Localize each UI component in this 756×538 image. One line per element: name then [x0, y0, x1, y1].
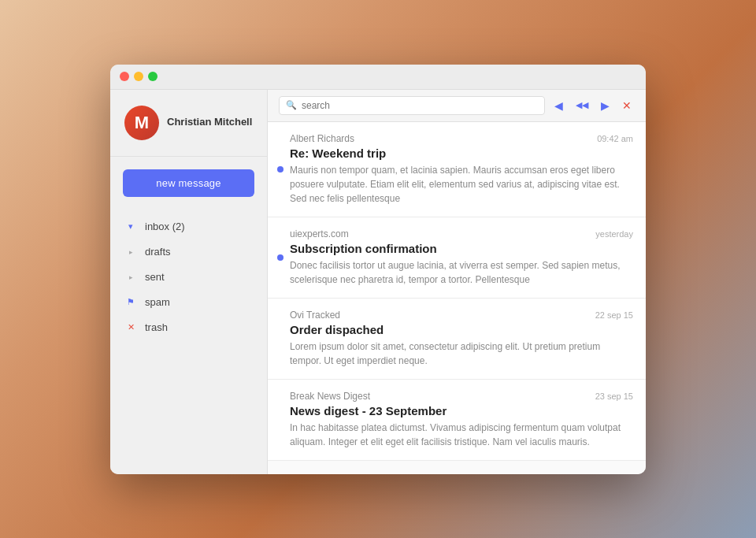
drafts-label: drafts [145, 246, 171, 258]
inbox-label: inbox (2) [145, 221, 185, 232]
title-bar [110, 65, 646, 90]
email-time: 22 sep 15 [595, 310, 633, 320]
inbox-icon: ▾ [124, 221, 137, 233]
back-button[interactable]: ◀ [551, 98, 566, 113]
email-panel: 🔍 ◀ ◀◀ ▶ ✕ Albert Richards 09:42 am Re: … [268, 90, 646, 474]
sidebar-item-trash[interactable]: ✕ trash [110, 315, 267, 340]
sidebar: M Christian Mitchell new message ▾ inbox… [110, 90, 268, 474]
forward-button[interactable]: ▶ [598, 98, 613, 113]
email-time: yesterday [595, 229, 633, 239]
email-subject: News digest - 23 September [290, 404, 633, 417]
panel-close-button[interactable]: ✕ [619, 98, 635, 113]
email-item[interactable]: Ovi Tracked 22 sep 15 Order dispached Lo… [268, 299, 646, 380]
email-header-row: Ovi Tracked 22 sep 15 [290, 310, 633, 321]
sent-label: sent [145, 271, 165, 283]
user-section: M Christian Mitchell [110, 106, 267, 157]
email-sender: Break News Digest [290, 391, 370, 402]
avatar-letter: M [135, 113, 149, 133]
nav-list: ▾ inbox (2) ▸ drafts ▸ sent ⚑ spam ✕ t [110, 210, 267, 345]
email-time: 23 sep 15 [595, 391, 633, 401]
sidebar-item-inbox[interactable]: ▾ inbox (2) [110, 214, 267, 239]
email-subject: Order dispached [290, 323, 633, 336]
email-sender: Albert Richards [290, 133, 354, 144]
search-wrapper: 🔍 [279, 96, 545, 115]
search-icon: 🔍 [286, 100, 297, 110]
new-message-button[interactable]: new message [123, 169, 254, 197]
avatar: M [124, 106, 159, 140]
trash-icon: ✕ [124, 321, 137, 334]
email-subject: Subscription confirmation [290, 242, 633, 255]
back-fast-button[interactable]: ◀◀ [573, 99, 591, 111]
email-item[interactable]: Albert Richards 09:42 am Re: Weekend tri… [268, 122, 646, 217]
email-item[interactable]: Break News Digest 23 sep 15 News digest … [268, 380, 646, 461]
sidebar-item-drafts[interactable]: ▸ drafts [110, 239, 267, 265]
email-preview: In hac habitasse platea dictumst. Vivamu… [290, 421, 633, 449]
trash-label: trash [145, 321, 168, 333]
email-preview: Donec facilisis tortor ut augue lacinia,… [290, 258, 633, 287]
email-sender: uiexperts.com [290, 228, 349, 239]
search-input[interactable] [302, 100, 538, 111]
user-name: Christian Mitchell [167, 116, 252, 129]
spam-icon: ⚑ [124, 296, 137, 309]
drafts-icon: ▸ [124, 246, 137, 258]
sent-icon: ▸ [124, 271, 137, 284]
close-traffic-light[interactable] [120, 72, 129, 81]
email-sender: Ovi Tracked [290, 310, 340, 321]
email-header-row: Albert Richards 09:42 am [290, 133, 633, 144]
main-content: M Christian Mitchell new message ▾ inbox… [110, 90, 646, 474]
email-header-row: uiexperts.com yesterday [290, 228, 633, 239]
sidebar-item-sent[interactable]: ▸ sent [110, 265, 267, 290]
email-preview: Mauris non tempor quam, et lacinia sapie… [290, 163, 633, 206]
email-subject: Re: Weekend trip [290, 147, 633, 160]
maximize-traffic-light[interactable] [148, 72, 158, 81]
email-toolbar: 🔍 ◀ ◀◀ ▶ ✕ [268, 90, 646, 122]
app-window: M Christian Mitchell new message ▾ inbox… [110, 65, 646, 474]
minimize-traffic-light[interactable] [134, 72, 143, 81]
spam-label: spam [145, 296, 170, 308]
sidebar-item-spam[interactable]: ⚑ spam [110, 290, 267, 315]
email-preview: Lorem ipsum dolor sit amet, consectetur … [290, 339, 633, 368]
email-item[interactable]: uiexperts.com yesterday Subscription con… [268, 217, 646, 299]
email-list: Albert Richards 09:42 am Re: Weekend tri… [268, 122, 646, 474]
email-header-row: Break News Digest 23 sep 15 [290, 391, 633, 402]
email-time: 09:42 am [597, 134, 633, 143]
